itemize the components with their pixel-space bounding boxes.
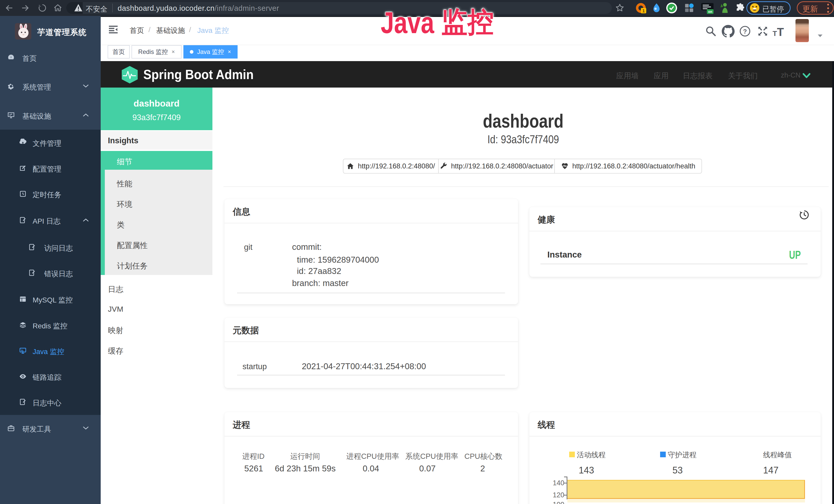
svg-text:?: ?	[743, 28, 747, 35]
svg-text:1: 1	[642, 8, 645, 13]
svg-text:on: on	[708, 10, 712, 14]
